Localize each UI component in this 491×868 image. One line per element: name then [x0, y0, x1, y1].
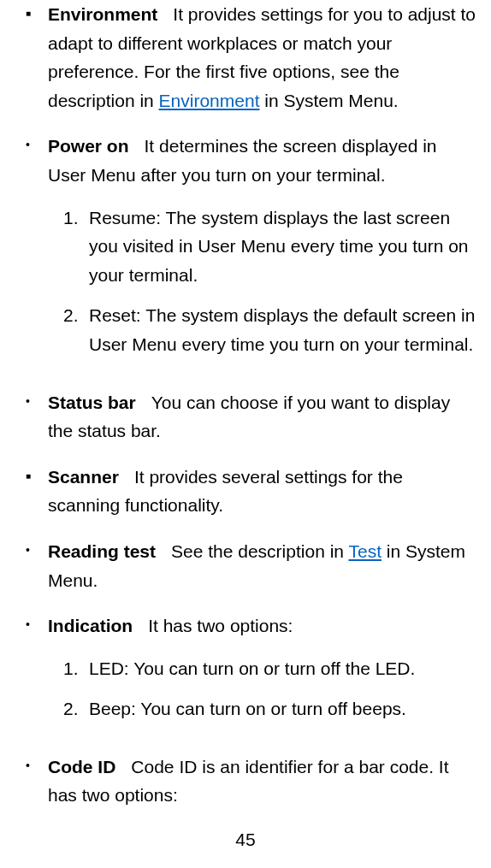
term-label: Status bar: [48, 393, 136, 412]
list-item: •Power onIt determines the screen displa…: [26, 132, 477, 370]
sub-list-item: 2.Beep: You can turn on or turn off beep…: [63, 694, 477, 723]
list-item: •Code IDCode ID is an identifier for a b…: [26, 753, 477, 810]
sub-item-number: 2.: [63, 301, 89, 358]
sub-item-number: 1.: [63, 204, 89, 290]
term-label: Environment: [48, 4, 157, 24]
list-item: •IndicationIt has two options:1.LED: You…: [26, 611, 477, 735]
dot-bullet-icon: •: [26, 611, 48, 735]
sub-item-number: 2.: [63, 694, 89, 723]
description-text: It has two options:: [148, 616, 293, 635]
dot-bullet-icon: •: [26, 537, 48, 594]
document-content: ■EnvironmentIt provides settings for you…: [0, 0, 491, 810]
term-label: Indication: [48, 616, 133, 635]
list-item-body: IndicationIt has two options:1.LED: You …: [48, 611, 477, 735]
sub-item-text: Reset: The system displays the default s…: [89, 301, 477, 358]
list-item-body: Reading testSee the description in Test …: [48, 537, 477, 594]
doc-link[interactable]: Environment: [159, 91, 260, 110]
list-item-body: ScannerIt provides several settings for …: [48, 463, 477, 520]
list-item-body: Code IDCode ID is an identifier for a ba…: [48, 753, 477, 810]
square-bullet-icon: ■: [26, 0, 48, 115]
list-item-text: Power onIt determines the screen display…: [48, 132, 477, 189]
sub-list-item: 2.Reset: The system displays the default…: [63, 301, 477, 358]
dot-bullet-icon: •: [26, 132, 48, 370]
dot-bullet-icon: •: [26, 388, 48, 446]
list-item-text: EnvironmentIt provides settings for you …: [48, 0, 477, 115]
list-item: •Status barYou can choose if you want to…: [26, 388, 477, 446]
sub-item-text: Beep: You can turn on or turn off beeps.: [89, 694, 477, 723]
dot-bullet-icon: •: [26, 753, 48, 810]
list-item-text: Status barYou can choose if you want to …: [48, 388, 477, 446]
sub-list: 1.LED: You can turn on or turn off the L…: [48, 654, 477, 723]
term-label: Scanner: [48, 467, 119, 487]
term-label: Reading test: [48, 541, 156, 561]
sub-item-text: Resume: The system displays the last scr…: [89, 204, 477, 290]
description-text: in System Menu.: [259, 91, 398, 110]
list-item-body: Status barYou can choose if you want to …: [48, 388, 477, 446]
term-label: Power on: [48, 136, 129, 156]
list-item-body: Power onIt determines the screen display…: [48, 132, 477, 370]
list-item-text: Code IDCode ID is an identifier for a ba…: [48, 753, 477, 810]
list-item: •Reading testSee the description in Test…: [26, 537, 477, 594]
page-number: 45: [0, 825, 491, 854]
list-item: ■EnvironmentIt provides settings for you…: [26, 0, 477, 115]
list-item-text: IndicationIt has two options:: [48, 611, 477, 641]
doc-link[interactable]: Test: [348, 541, 382, 561]
description-text: See the description in: [171, 541, 348, 561]
sub-list: 1.Resume: The system displays the last s…: [48, 204, 477, 359]
list-item: ■ScannerIt provides several settings for…: [26, 463, 477, 520]
list-item-body: EnvironmentIt provides settings for you …: [48, 0, 477, 115]
list-item-text: ScannerIt provides several settings for …: [48, 463, 477, 520]
sub-item-number: 1.: [63, 654, 89, 683]
term-label: Code ID: [48, 757, 115, 776]
list-item-text: Reading testSee the description in Test …: [48, 537, 477, 594]
square-bullet-icon: ■: [26, 463, 48, 520]
sub-list-item: 1.Resume: The system displays the last s…: [63, 204, 477, 290]
sub-list-item: 1.LED: You can turn on or turn off the L…: [63, 654, 477, 683]
sub-item-text: LED: You can turn on or turn off the LED…: [89, 654, 477, 683]
